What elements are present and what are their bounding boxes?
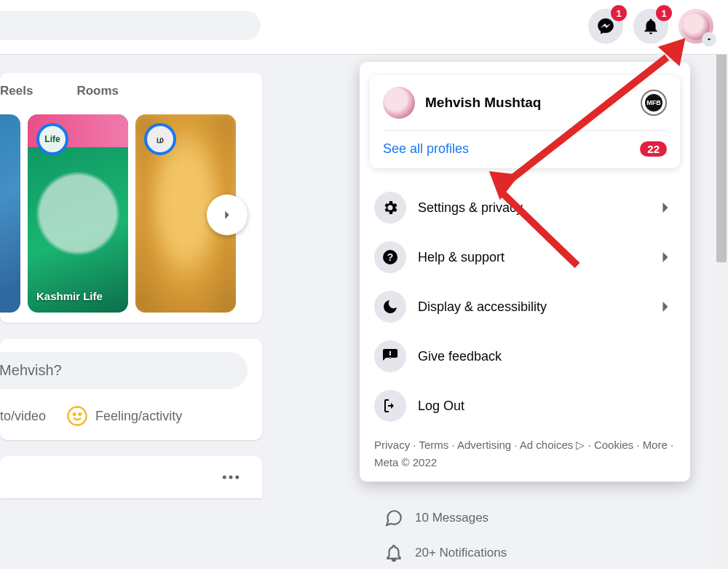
menu-footer-links: Privacy · Terms · Advertising · Ad choic…: [360, 432, 690, 473]
bg-notifications[interactable]: 20+ Notifications: [383, 542, 507, 564]
bg-messages[interactable]: 10 Messages: [383, 507, 507, 529]
profiles-count-badge: 22: [640, 141, 667, 157]
footer-more[interactable]: More: [643, 439, 668, 451]
moon-icon: [374, 291, 406, 323]
profile-switcher-card: Mehvish Mushtaq MFB See all profiles 22: [370, 75, 680, 168]
chevron-right-icon: [655, 297, 676, 317]
notifications-button[interactable]: 1: [633, 9, 668, 44]
stories-tabs: Reels Rooms: [0, 73, 262, 107]
stories-tray[interactable]: Life Kashmir Life ம: [0, 107, 262, 323]
menu-logout[interactable]: Log Out: [370, 381, 680, 431]
menu-label: Display & accessibility: [418, 299, 644, 315]
menu-help-support[interactable]: ? Help & support: [370, 232, 680, 282]
story-item[interactable]: [0, 114, 20, 313]
svg-point-1: [74, 413, 76, 415]
question-icon: ?: [374, 241, 406, 273]
chevron-right-icon: [655, 247, 676, 267]
messenger-badge: 1: [611, 5, 627, 21]
gear-icon: [374, 192, 406, 224]
logout-icon: [374, 390, 406, 422]
avatar-image: [383, 87, 415, 119]
scrollbar-thumb[interactable]: [716, 51, 727, 262]
footer-privacy[interactable]: Privacy: [374, 439, 410, 451]
svg-point-3: [223, 476, 226, 479]
account-menu: Mehvish Mushtaq MFB See all profiles 22 …: [360, 62, 690, 482]
footer-terms[interactable]: Terms: [419, 439, 448, 451]
footer-cookies[interactable]: Cookies: [594, 439, 633, 451]
footer-ad-choices[interactable]: Ad choices ▷: [520, 439, 585, 451]
story-label: Kashmir Life: [36, 290, 103, 302]
menu-display-accessibility[interactable]: Display & accessibility: [370, 282, 680, 331]
story-logo-text: Life: [44, 134, 60, 144]
menu-settings-privacy[interactable]: Settings & privacy: [370, 183, 680, 232]
chevron-right-icon: [655, 197, 676, 218]
messenger-button[interactable]: 1: [588, 9, 623, 44]
composer-photo-video-label: hoto/video: [0, 409, 46, 424]
menu-label: Help & support: [418, 250, 644, 265]
more-icon[interactable]: [220, 466, 242, 488]
feed-left-column: Reels Rooms Life Kashmir Life ம: [0, 73, 262, 498]
story-ring-icon: ம: [144, 123, 176, 155]
right-sidebar-partial: 10 Messages 20+ Notifications: [383, 507, 507, 564]
top-navbar: 1 1: [0, 0, 728, 55]
messenger-icon: [596, 17, 615, 36]
bg-messages-label: 10 Messages: [415, 511, 488, 525]
post-card-partial: [0, 456, 262, 498]
bell-outline-icon: [383, 542, 405, 564]
composer-feeling[interactable]: Feeling/activity: [66, 405, 182, 427]
menu-give-feedback[interactable]: Give feedback: [370, 331, 680, 381]
footer-advertising[interactable]: Advertising: [457, 439, 511, 451]
tab-rooms[interactable]: Rooms: [55, 84, 141, 98]
composer-card: , Mehvish? hoto/video Feeling/activity: [0, 339, 262, 440]
story-item-kashmir-life[interactable]: Life Kashmir Life: [28, 114, 128, 313]
svg-point-0: [68, 407, 87, 425]
smiley-icon: [66, 405, 88, 427]
tab-reels[interactable]: Reels: [0, 84, 55, 98]
svg-text:?: ?: [387, 251, 394, 263]
svg-point-2: [79, 413, 82, 415]
bg-notifications-label: 20+ Notifications: [415, 546, 507, 560]
chat-icon: [383, 507, 405, 529]
chevron-down-icon: [702, 32, 716, 47]
chevron-right-icon: [219, 207, 235, 223]
composer-feeling-label: Feeling/activity: [95, 409, 182, 424]
stories-card: Reels Rooms Life Kashmir Life ம: [0, 73, 262, 323]
story-ring-icon: Life: [36, 123, 68, 155]
composer-input[interactable]: , Mehvish?: [0, 352, 248, 389]
page-scrollbar[interactable]: [715, 0, 728, 569]
notifications-badge: 1: [656, 5, 672, 21]
svg-point-4: [229, 476, 233, 479]
footer-meta: Meta © 2022: [374, 456, 437, 468]
menu-label: Settings & privacy: [418, 200, 644, 216]
menu-label: Log Out: [418, 399, 676, 414]
bell-icon: [641, 17, 660, 36]
see-all-profiles-row[interactable]: See all profiles 22: [383, 131, 667, 157]
composer-photo-video[interactable]: hoto/video: [0, 409, 46, 424]
switch-profile-icon[interactable]: MFB: [641, 90, 667, 116]
menu-label: Give feedback: [418, 349, 676, 364]
svg-point-5: [235, 476, 239, 479]
stories-next-button[interactable]: [207, 195, 248, 235]
feedback-icon: [374, 340, 406, 372]
search-input[interactable]: [0, 11, 261, 40]
see-all-profiles-link[interactable]: See all profiles: [383, 141, 469, 157]
